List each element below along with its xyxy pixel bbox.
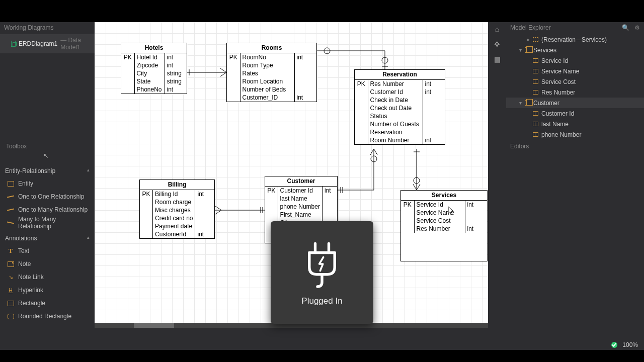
col-name: Service Id: [414, 201, 465, 209]
tree-label: Res Number: [541, 89, 575, 96]
entity-row[interactable]: Credit card no: [140, 214, 214, 222]
tool-icon: [7, 206, 14, 213]
entity-row[interactable]: PhoneNoint: [121, 85, 187, 94]
section-ann-label: Annotations: [5, 235, 37, 242]
entity-rooms[interactable]: RoomsPKRoomNointRoom TypeRatesRoom Locat…: [226, 43, 317, 102]
col-type: [195, 222, 214, 230]
entity-title[interactable]: Rooms: [227, 43, 316, 53]
entity-hotels[interactable]: HotelsPKHotel IdintZipcodeintCitystringS…: [121, 43, 187, 94]
entity-row[interactable]: Number of Guests: [355, 120, 445, 128]
entity-row[interactable]: PKRoomNoint: [227, 53, 316, 61]
pk-cell: [401, 217, 414, 225]
working-diagram-item[interactable]: ERDDiagram1 — Data Model1: [0, 34, 95, 53]
toolbox-item[interactable]: One to Many Relationship: [0, 203, 95, 216]
entity-row[interactable]: Statestring: [121, 77, 187, 85]
toolbox-item[interactable]: HHyperlink: [0, 284, 95, 297]
entity-row[interactable]: Check in Date: [355, 96, 445, 104]
entity-row[interactable]: Customer Idint: [355, 88, 445, 96]
entity-row[interactable]: Customer_IDint: [227, 94, 316, 102]
toolbox-item[interactable]: Rounded Rectangle: [0, 310, 95, 323]
fit-view-icon[interactable]: ✥: [490, 40, 504, 52]
expand-icon[interactable]: ▾: [517, 100, 523, 106]
tree-node[interactable]: Res Number: [506, 87, 644, 98]
tool-label: One to One Relationship: [18, 193, 84, 200]
entity-row[interactable]: Res Numberint: [401, 225, 487, 233]
entity-title[interactable]: Services: [401, 191, 487, 201]
entity-row[interactable]: Room Type: [227, 61, 316, 69]
entity-row[interactable]: CustomerIdint: [140, 230, 214, 238]
tree-node[interactable]: ▾Customer: [506, 98, 644, 108]
entity-row[interactable]: Room Location: [227, 77, 316, 85]
entity-billing[interactable]: BillingPKBilling IdintRoom chargeMisc ch…: [139, 179, 215, 239]
section-annotations[interactable]: Annotations ▴: [0, 232, 95, 244]
svg-point-4: [324, 48, 330, 54]
settings-icon[interactable]: ⚙: [634, 24, 640, 31]
toolbox-item[interactable]: ↘Note Link: [0, 270, 95, 284]
entity-row[interactable]: Payment date: [140, 222, 214, 230]
entity-title[interactable]: Reservation: [355, 70, 445, 80]
entity-row[interactable]: Status: [355, 112, 445, 120]
entity-title[interactable]: Billing: [140, 180, 214, 190]
toolbox-item[interactable]: Note: [0, 257, 95, 270]
entity-row[interactable]: last Name: [265, 195, 337, 203]
entity-row[interactable]: Misc charges: [140, 206, 214, 214]
tree-node[interactable]: phone Number: [506, 129, 644, 140]
entity-row[interactable]: Service Name: [401, 209, 487, 217]
entity-row[interactable]: PKBilling Idint: [140, 190, 214, 198]
section-entity-relationship[interactable]: Entity-Relationship ▴: [0, 165, 95, 177]
pk-cell: PK: [227, 53, 240, 61]
expand-icon[interactable]: ▾: [517, 47, 523, 53]
toolbox-item[interactable]: Entity: [0, 177, 95, 190]
tree-node[interactable]: Service Cost: [506, 76, 644, 87]
entity-services[interactable]: ServicesPKService IdintService NameServi…: [400, 190, 488, 261]
entity-row[interactable]: PKService Idint: [401, 201, 487, 209]
entity-row[interactable]: Check out Date: [355, 104, 445, 112]
entity-row[interactable]: Service Cost: [401, 217, 487, 225]
entity-row[interactable]: PKRes Numberint: [355, 80, 445, 88]
tool-icon: [7, 180, 14, 187]
col-name: RoomNo: [240, 53, 294, 61]
entity-row[interactable]: phone Number: [265, 203, 337, 211]
col-name: Reservation: [368, 128, 423, 136]
toolbox-item[interactable]: One to One Relationship: [0, 190, 95, 203]
entity-row[interactable]: Room Numberint: [355, 136, 445, 144]
entity-row[interactable]: PKCustomer Idint: [265, 187, 337, 195]
entity-row[interactable]: Reservation: [355, 128, 445, 136]
tree-node[interactable]: ▾Services: [506, 45, 644, 55]
toolbox-item[interactable]: Rectangle: [0, 297, 95, 310]
tree-node[interactable]: Service Name: [506, 66, 644, 76]
entity-row[interactable]: Room charge: [140, 198, 214, 206]
col-type: [423, 104, 445, 112]
zoom-level[interactable]: 100%: [622, 341, 638, 348]
entity-reservation[interactable]: ReservationPKRes NumberintCustomer Idint…: [354, 69, 445, 145]
entity-row[interactable]: Zipcodeint: [121, 61, 187, 69]
entity-row[interactable]: Citystring: [121, 69, 187, 77]
toolbox-item[interactable]: Many to Many Relationship: [0, 216, 95, 229]
entity-row[interactable]: PKHotel Idint: [121, 53, 187, 61]
search-icon[interactable]: 🔍: [622, 24, 629, 31]
model-tree[interactable]: ▸(Reservation—Services)▾ServicesService …: [506, 33, 644, 141]
column-node-icon: [533, 132, 538, 137]
home-view-icon[interactable]: ⌂: [490, 25, 504, 37]
scrollbar-thumb[interactable]: [134, 323, 174, 328]
entity-row[interactable]: Rates: [227, 69, 316, 77]
pointer-tool-icon[interactable]: ↖: [43, 152, 50, 159]
col-type: [423, 128, 445, 136]
entity-row[interactable]: Number of Beds: [227, 85, 316, 94]
tool-label: Note Link: [18, 274, 44, 281]
grid-view-icon[interactable]: ▤: [490, 55, 504, 67]
expand-icon[interactable]: ▸: [525, 37, 531, 42]
tree-node[interactable]: Service Id: [506, 55, 644, 66]
tree-node[interactable]: last Name: [506, 119, 644, 129]
col-type: int: [423, 80, 445, 88]
entity-title[interactable]: Hotels: [121, 43, 187, 53]
tree-node[interactable]: ▸(Reservation—Services): [506, 34, 644, 45]
pk-cell: [121, 61, 134, 69]
svg-point-14: [371, 156, 377, 162]
entity-title[interactable]: Customer: [265, 176, 337, 187]
tree-node[interactable]: Customer Id: [506, 108, 644, 119]
pk-cell: PK: [355, 80, 368, 88]
tree-label: Services: [533, 47, 556, 54]
entity-row[interactable]: First_Name: [265, 211, 337, 219]
toolbox-item[interactable]: TText: [0, 244, 95, 257]
